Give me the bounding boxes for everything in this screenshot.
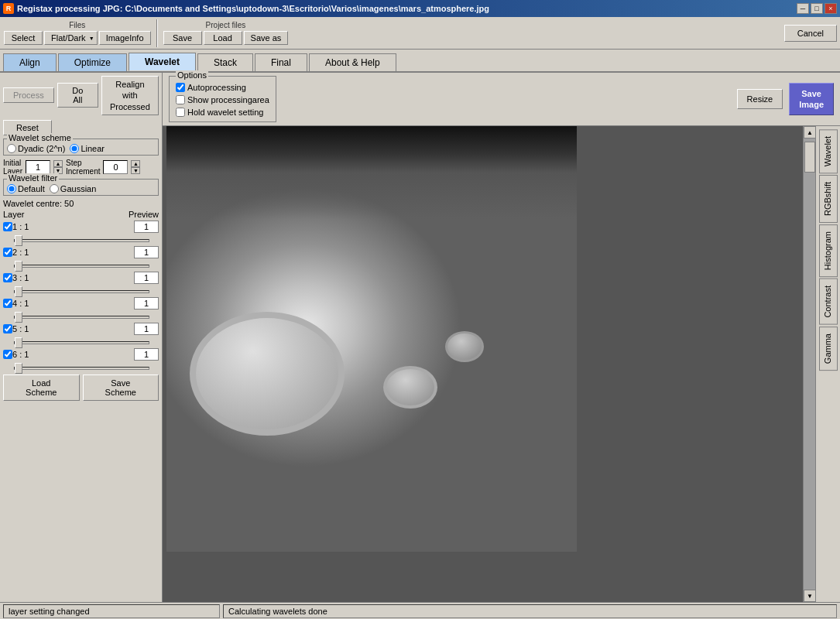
doall-button[interactable]: Do All	[57, 83, 98, 108]
layer-1-name: 1 : 1	[12, 222, 39, 231]
mars-atmosphere	[166, 126, 577, 219]
cancel-button[interactable]: Cancel	[784, 25, 837, 42]
layer-row-6: 6 : 1	[3, 348, 159, 361]
sidebar-tab-contrast[interactable]: Contrast	[819, 279, 838, 325]
action-buttons-right: Resize SaveImage	[737, 76, 834, 122]
crater-small-1	[445, 331, 484, 362]
image-area	[163, 126, 803, 602]
load-scheme-button[interactable]: LoadScheme	[3, 374, 80, 401]
menu-bar: Files Select Flat/Dark ImageInfo Project…	[0, 17, 840, 50]
process-button[interactable]: Process	[3, 87, 54, 103]
layer-1-slider[interactable]	[14, 239, 149, 242]
step-increment-label: StepIncrement	[66, 159, 100, 176]
layer-1-checkbox[interactable]	[3, 222, 12, 231]
scroll-up-button[interactable]: ▲	[804, 126, 816, 139]
app-icon: R	[3, 3, 14, 14]
scheme-buttons: LoadScheme SaveScheme	[3, 374, 159, 401]
files-group: Files Select Flat/Dark ImageInfo	[3, 20, 152, 46]
options-title: Options	[176, 70, 208, 80]
default-filter-label: Default	[18, 184, 45, 193]
layer-2-slider[interactable]	[14, 265, 149, 268]
save-scheme-button[interactable]: SaveScheme	[83, 374, 159, 401]
tab-wavelet[interactable]: Wavelet	[129, 53, 196, 71]
scroll-thumb[interactable]	[804, 142, 815, 173]
scroll-down-button[interactable]: ▼	[804, 590, 816, 602]
sidebar-tab-wavelet[interactable]: Wavelet	[819, 129, 838, 173]
dyadic-label: Dyadic (2^n)	[18, 144, 65, 153]
save-button[interactable]: Save	[163, 31, 202, 45]
layer-4-checkbox[interactable]	[3, 299, 12, 308]
tab-align[interactable]: Align	[3, 53, 57, 71]
projectfiles-group: Project files Save Load Save as	[163, 20, 290, 46]
layer-1-slider-row	[14, 234, 159, 244]
resize-button[interactable]: Resize	[737, 89, 783, 109]
initial-layer-input[interactable]: 1	[26, 160, 50, 174]
sidebar-tab-histogram[interactable]: Histogram	[819, 224, 838, 277]
realign-button[interactable]: Realign withProcessed	[101, 76, 159, 115]
layer-row-4: 4 : 1	[3, 297, 159, 310]
layer-6-checkbox[interactable]	[3, 350, 12, 359]
wavelet-centre-label: Wavelet centre: 50	[3, 199, 159, 208]
layer-6-slider-row	[14, 362, 159, 371]
layer-3-slider[interactable]	[14, 290, 149, 293]
layer-6-preview[interactable]	[134, 348, 159, 361]
layer-2-name: 2 : 1	[12, 248, 39, 257]
layer-row-1: 1 : 1	[3, 221, 159, 233]
flatdark-button[interactable]: Flat/Dark	[44, 31, 98, 45]
close-button[interactable]: ×	[825, 3, 837, 14]
tab-abouthelp[interactable]: About & Help	[309, 53, 396, 71]
step-increment-down[interactable]: ▼	[131, 167, 140, 174]
left-panel: Process Do All Realign withProcessed Res…	[0, 73, 163, 602]
tab-optimize[interactable]: Optimize	[58, 53, 127, 71]
select-button[interactable]: Select	[4, 31, 43, 45]
status-bar: layer setting changed Calculating wavele…	[0, 602, 840, 619]
sidebar-tab-rgbshift[interactable]: RGBshift	[819, 175, 838, 223]
holdwavelet-checkbox[interactable]	[176, 108, 185, 117]
load-button[interactable]: Load	[204, 31, 242, 45]
showprocessingarea-checkbox[interactable]	[176, 95, 185, 104]
layer-2-preview[interactable]	[134, 246, 159, 258]
layer-1-preview[interactable]	[134, 221, 159, 233]
wavelet-filter-title: Wavelet filter	[7, 173, 59, 183]
maximize-button[interactable]: □	[811, 3, 823, 14]
initial-layer-up[interactable]: ▲	[53, 160, 63, 167]
options-group: Options Autoprocessing Show processingar…	[169, 76, 276, 122]
layer-3-name: 3 : 1	[12, 273, 39, 282]
minimize-button[interactable]: ─	[797, 3, 809, 14]
tab-final[interactable]: Final	[255, 53, 307, 71]
layer-3-slider-row	[14, 286, 159, 295]
step-increment-input[interactable]: 0	[103, 160, 128, 174]
right-sidebar: Wavelet RGBshift Histogram Contrast Gamm…	[815, 126, 840, 602]
layer-5-slider-row	[14, 337, 159, 346]
layer-row-2: 2 : 1	[3, 246, 159, 258]
default-filter-option[interactable]: Default	[7, 184, 45, 193]
layer-6-slider[interactable]	[14, 367, 149, 370]
top-bar-spacer	[283, 76, 731, 122]
autoprocessing-checkbox[interactable]	[176, 83, 185, 92]
tab-stack[interactable]: Stack	[197, 53, 253, 71]
save-image-button[interactable]: SaveImage	[789, 83, 834, 116]
layer-5-name: 5 : 1	[12, 324, 39, 333]
layer-3-checkbox[interactable]	[3, 273, 12, 282]
linear-option[interactable]: Linear	[70, 144, 105, 153]
wavelet-filter-box: Wavelet filter Default Gaussian	[3, 179, 159, 196]
layer-5-slider[interactable]	[14, 341, 149, 344]
gaussian-filter-option[interactable]: Gaussian	[50, 184, 96, 193]
layer-col-header: Layer	[3, 210, 25, 219]
saveas-button[interactable]: Save as	[244, 31, 289, 45]
layer-4-slider[interactable]	[14, 316, 149, 319]
wavelet-filter-radio-row: Default Gaussian	[7, 181, 155, 193]
center-section: Options Autoprocessing Show processingar…	[163, 73, 840, 602]
layer-5-preview[interactable]	[134, 323, 159, 335]
layer-3-preview[interactable]	[134, 272, 159, 284]
layer-2-checkbox[interactable]	[3, 248, 12, 257]
layer-table-header: Layer Preview	[3, 210, 159, 219]
sidebar-tab-gamma[interactable]: Gamma	[819, 327, 838, 371]
crater-large	[190, 312, 345, 436]
step-increment-up[interactable]: ▲	[131, 160, 140, 167]
autoprocessing-option: Autoprocessing	[176, 83, 269, 92]
layer-5-checkbox[interactable]	[3, 324, 12, 333]
layer-4-preview[interactable]	[134, 297, 159, 310]
imageinfo-button[interactable]: ImageInfo	[99, 31, 151, 45]
dyadic-option[interactable]: Dyadic (2^n)	[7, 144, 65, 153]
